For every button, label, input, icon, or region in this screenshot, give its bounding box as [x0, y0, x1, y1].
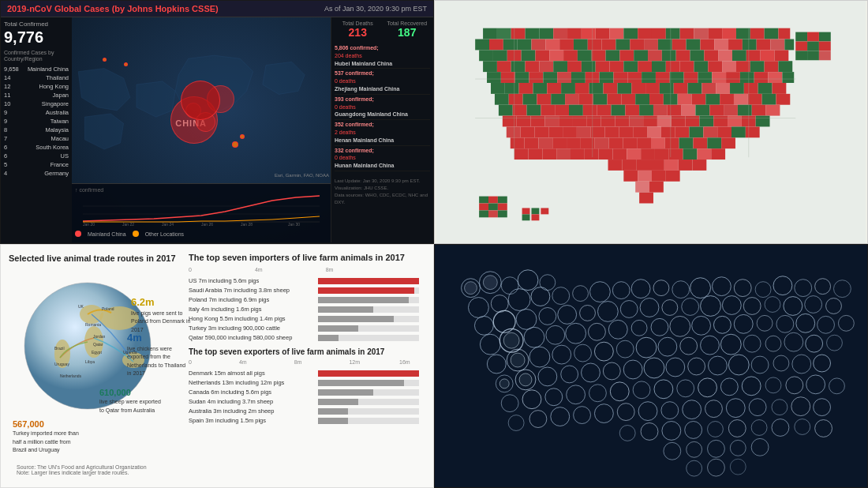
svg-rect-112: [543, 72, 557, 83]
stats-row: Total Deaths 213 Total Recovered 187: [335, 21, 430, 39]
recovered-stat: Total Recovered 187: [384, 21, 431, 39]
svg-rect-224: [690, 126, 704, 137]
region-entry: 332 confirmed;0 deathsHunan Mainland Chi…: [335, 146, 430, 171]
svg-rect-95: [610, 61, 624, 72]
svg-rect-240: [665, 137, 679, 148]
svg-rect-211: [507, 126, 521, 137]
svg-rect-48: [574, 39, 588, 51]
svg-rect-229: [511, 137, 525, 148]
svg-rect-168: [734, 94, 748, 105]
svg-rect-214: [548, 126, 563, 137]
svg-rect-72: [592, 50, 606, 61]
svg-rect-139: [617, 83, 631, 94]
svg-rect-23: [539, 28, 553, 39]
china-legend-dot: [75, 231, 81, 237]
exporter-bar-row: Sudan 4m including 3.7m sheep: [189, 398, 419, 405]
attribution: Last Update: Jan 30, 2020 9:30 pm EST. V…: [335, 178, 430, 206]
svg-rect-17: [807, 51, 819, 60]
svg-rect-126: [740, 72, 754, 83]
us-county-panel: [434, 0, 868, 244]
svg-rect-81: [718, 50, 732, 61]
svg-text:Jan 28: Jan 28: [241, 222, 253, 226]
svg-rect-210: [756, 116, 770, 127]
other-legend-label: Other Locations: [145, 231, 184, 237]
svg-rect-14: [819, 32, 831, 42]
svg-rect-257: [683, 148, 698, 160]
deaths-value: 213: [335, 26, 381, 39]
svg-rect-261: [622, 160, 636, 171]
svg-rect-37: [736, 28, 750, 39]
svg-rect-227: [731, 126, 746, 137]
svg-rect-117: [613, 72, 627, 83]
svg-rect-200: [615, 116, 629, 127]
svg-rect-29: [623, 28, 638, 39]
svg-rect-212: [521, 126, 535, 137]
svg-text:Jan 26: Jan 26: [201, 222, 213, 226]
svg-text:Brazil: Brazil: [54, 346, 65, 351]
importer-bar-row: Saudi Arabia 7m including 3.8m sheep: [189, 287, 419, 294]
svg-rect-80: [704, 50, 718, 61]
svg-rect-283: [479, 203, 488, 210]
svg-rect-132: [519, 83, 533, 94]
france-bubble: [124, 62, 128, 66]
importer-bar-row: Poland 7m including 6.9m pigs: [189, 296, 419, 303]
axis-labels-importers: 0 4m 8m: [189, 267, 419, 272]
svg-rect-64: [479, 50, 493, 61]
sparkline-svg: Jan 20 Jan 22 Jan 24 Jan 26 Jan 28 Jan 3…: [75, 194, 327, 226]
source-note: Source: The UN's Food and Agricultural O…: [17, 464, 178, 475]
svg-rect-110: [515, 72, 529, 83]
svg-rect-85: [774, 50, 788, 61]
svg-rect-236: [609, 137, 623, 148]
svg-rect-121: [670, 72, 684, 83]
svg-rect-228: [746, 126, 760, 137]
svg-rect-129: [782, 72, 794, 83]
sidebar-country-item: 6US: [4, 152, 69, 160]
svg-rect-244: [721, 137, 735, 148]
svg-rect-221: [647, 126, 661, 137]
svg-rect-188: [724, 105, 738, 116]
deaths-label: Total Deaths: [335, 21, 381, 26]
svg-rect-235: [595, 137, 609, 148]
svg-rect-151: [495, 94, 509, 105]
svg-rect-173: [513, 105, 527, 116]
svg-rect-19: [483, 28, 497, 39]
svg-rect-199: [601, 116, 615, 127]
svg-rect-281: [488, 197, 498, 204]
svg-rect-161: [635, 94, 649, 105]
svg-rect-256: [669, 148, 683, 160]
svg-rect-218: [605, 126, 619, 137]
svg-rect-82: [732, 50, 746, 61]
data-sources: Data sources: WHO, CDC, ECDC, NHC and DX…: [335, 192, 430, 206]
svg-rect-312: [436, 245, 866, 487]
svg-rect-249: [571, 148, 585, 160]
svg-rect-288: [498, 210, 507, 217]
svg-rect-42: [489, 39, 503, 51]
svg-rect-241: [679, 137, 694, 148]
svg-rect-111: [529, 72, 544, 83]
svg-rect-267: [623, 171, 638, 182]
sidebar-country-item: 9Australia: [4, 108, 69, 117]
svg-rect-289: [522, 208, 530, 214]
svg-rect-219: [619, 126, 633, 137]
svg-text:Jan 22: Jan 22: [122, 222, 134, 226]
svg-rect-216: [577, 126, 591, 137]
svg-rect-247: [542, 148, 556, 160]
svg-rect-189: [738, 105, 752, 116]
svg-rect-102: [708, 61, 722, 72]
svg-rect-120: [656, 72, 670, 83]
sidebar-country-item: 14Thailand: [4, 73, 69, 82]
svg-rect-28: [610, 28, 624, 39]
svg-rect-287: [488, 210, 498, 217]
sidebar-country-item: 7Macau: [4, 134, 69, 143]
region-entry: 393 confirmed;0 deathsGuangdong Mainland…: [335, 95, 430, 120]
svg-rect-62: [771, 39, 785, 51]
svg-rect-50: [602, 39, 616, 51]
svg-rect-184: [668, 105, 682, 116]
svg-rect-61: [757, 39, 771, 51]
svg-rect-202: [643, 116, 657, 127]
svg-rect-150: [773, 83, 787, 94]
exporter-bar-row: Netherlands 13m including 12m pigs: [189, 379, 419, 386]
svg-rect-185: [682, 105, 696, 116]
svg-rect-248: [556, 148, 571, 160]
importer-bar-row: US 7m including 5.6m pigs: [189, 277, 419, 284]
